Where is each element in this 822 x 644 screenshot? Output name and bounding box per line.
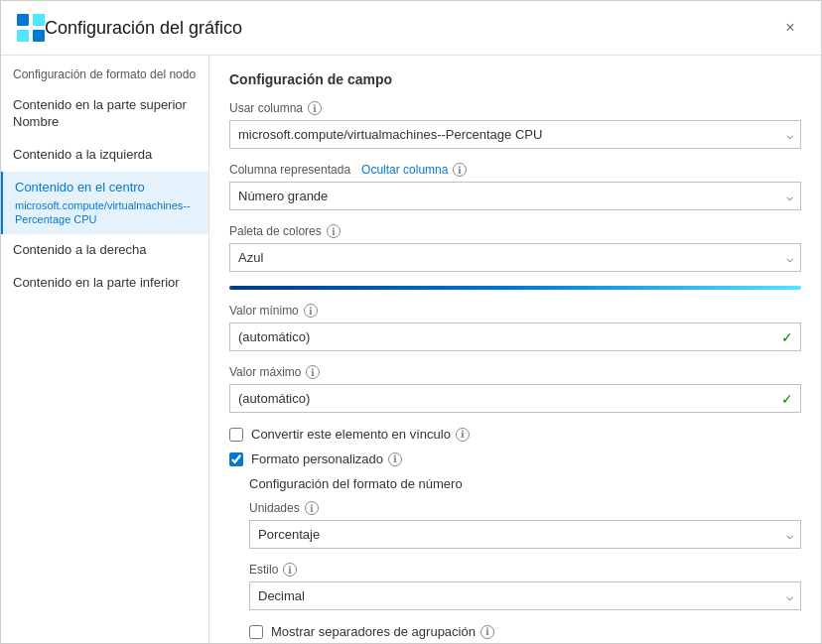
valor-maximo-input[interactable] <box>229 384 801 413</box>
estilo-info-icon[interactable]: ℹ <box>283 563 297 577</box>
convertir-vinculo-row: Convertir este elemento en vínculo ℹ <box>229 427 801 442</box>
section-title: Configuración de campo <box>229 71 801 87</box>
unidades-label: Unidades ℹ <box>249 501 801 515</box>
unidades-group: Unidades ℹ Porcentaje ⌵ <box>249 501 801 549</box>
sub-fields: Unidades ℹ Porcentaje ⌵ Estilo ℹ <box>229 501 801 643</box>
sidebar-item-top[interactable]: Contenido en la parte superior Nombre <box>1 89 208 139</box>
paleta-colores-group: Paleta de colores ℹ Azul ⌵ <box>229 224 801 272</box>
columna-representada-group: Columna representada Ocultar columna ℹ N… <box>229 163 801 210</box>
columna-representada-label: Columna representada Ocultar columna ℹ <box>229 163 801 177</box>
valor-maximo-label: Valor máximo ℹ <box>229 365 801 379</box>
unidades-select[interactable]: Porcentaje <box>249 520 801 549</box>
svg-rect-0 <box>17 14 29 26</box>
paleta-colores-info-icon[interactable]: ℹ <box>327 224 341 238</box>
valor-minimo-group: Valor mínimo ℹ ✓ <box>229 304 801 351</box>
svg-rect-2 <box>17 30 29 42</box>
valor-minimo-input[interactable] <box>229 322 801 351</box>
paleta-colores-select-wrapper: Azul ⌵ <box>229 243 801 272</box>
dialog-configuracion: Configuración del gráfico × Configuració… <box>0 0 822 644</box>
estilo-select-wrapper: Decimal ⌵ <box>249 581 801 610</box>
valor-maximo-group: Valor máximo ℹ ✓ <box>229 365 801 413</box>
dialog-header: Configuración del gráfico × <box>1 1 821 56</box>
usar-columna-select[interactable]: microsoft.compute/virtualmachines--Perce… <box>229 120 801 149</box>
sidebar-item-left[interactable]: Contenido a la izquierda <box>1 139 208 172</box>
mostrar-separadores-checkbox[interactable] <box>249 625 263 639</box>
convertir-vinculo-checkbox[interactable] <box>229 428 243 442</box>
sidebar-item-right[interactable]: Contenido a la derecha <box>1 234 208 267</box>
estilo-select[interactable]: Decimal <box>249 581 801 610</box>
formato-personalizado-checkbox[interactable] <box>229 452 243 466</box>
convertir-vinculo-label: Convertir este elemento en vínculo ℹ <box>251 427 470 442</box>
close-button[interactable]: × <box>775 13 805 43</box>
valor-maximo-input-wrapper: ✓ <box>229 384 801 413</box>
azure-icon <box>17 14 45 42</box>
formato-numero-title: Configuración del formato de número <box>229 476 801 491</box>
usar-columna-info-icon[interactable]: ℹ <box>308 101 322 115</box>
convertir-vinculo-info-icon[interactable]: ℹ <box>456 428 470 442</box>
sidebar-item-center[interactable]: Contenido en el centro microsoft.compute… <box>1 172 208 234</box>
usar-columna-select-wrapper: microsoft.compute/virtualmachines--Perce… <box>229 120 801 149</box>
valor-minimo-input-wrapper: ✓ <box>229 322 801 351</box>
valor-minimo-check-icon: ✓ <box>781 329 793 345</box>
unidades-select-wrapper: Porcentaje ⌵ <box>249 520 801 549</box>
ocultar-columna-link[interactable]: Ocultar columna <box>361 163 448 177</box>
svg-rect-3 <box>33 30 45 42</box>
sidebar-item-bottom[interactable]: Contenido en la parte inferior <box>1 267 208 300</box>
dialog-title: Configuración del gráfico <box>45 18 775 39</box>
formato-personalizado-row: Formato personalizado ℹ <box>229 451 801 466</box>
columna-representada-select[interactable]: Número grande <box>229 182 801 210</box>
valor-maximo-check-icon: ✓ <box>781 391 793 407</box>
mostrar-separadores-row: Mostrar separadores de agrupación ℹ <box>249 624 801 639</box>
usar-columna-label: Usar columna ℹ <box>229 101 801 115</box>
formato-personalizado-info-icon[interactable]: ℹ <box>388 452 402 466</box>
paleta-colores-label: Paleta de colores ℹ <box>229 224 801 238</box>
svg-rect-1 <box>33 14 45 26</box>
unidades-info-icon[interactable]: ℹ <box>305 501 319 515</box>
mostrar-separadores-label: Mostrar separadores de agrupación ℹ <box>271 624 494 639</box>
mostrar-separadores-info-icon[interactable]: ℹ <box>480 625 494 639</box>
sidebar-section-label: Configuración de formato del nodo <box>1 67 208 89</box>
sidebar: Configuración de formato del nodo Conten… <box>1 56 209 643</box>
valor-minimo-label: Valor mínimo ℹ <box>229 304 801 318</box>
columna-representada-info-icon[interactable]: ℹ <box>453 163 467 177</box>
color-gradient-bar <box>229 286 801 290</box>
columna-representada-select-wrapper: Número grande ⌵ <box>229 182 801 210</box>
estilo-label: Estilo ℹ <box>249 563 801 577</box>
valor-minimo-info-icon[interactable]: ℹ <box>304 304 318 318</box>
sidebar-center-subtitle: microsoft.compute/virtualmachines--Perce… <box>15 198 197 227</box>
paleta-colores-select[interactable]: Azul <box>229 243 801 272</box>
usar-columna-group: Usar columna ℹ microsoft.compute/virtual… <box>229 101 801 149</box>
dialog-body: Configuración de formato del nodo Conten… <box>1 56 821 643</box>
estilo-group: Estilo ℹ Decimal ⌵ <box>249 563 801 610</box>
main-content: Configuración de campo Usar columna ℹ mi… <box>209 56 821 643</box>
formato-personalizado-label: Formato personalizado ℹ <box>251 451 402 466</box>
valor-maximo-info-icon[interactable]: ℹ <box>306 365 320 379</box>
